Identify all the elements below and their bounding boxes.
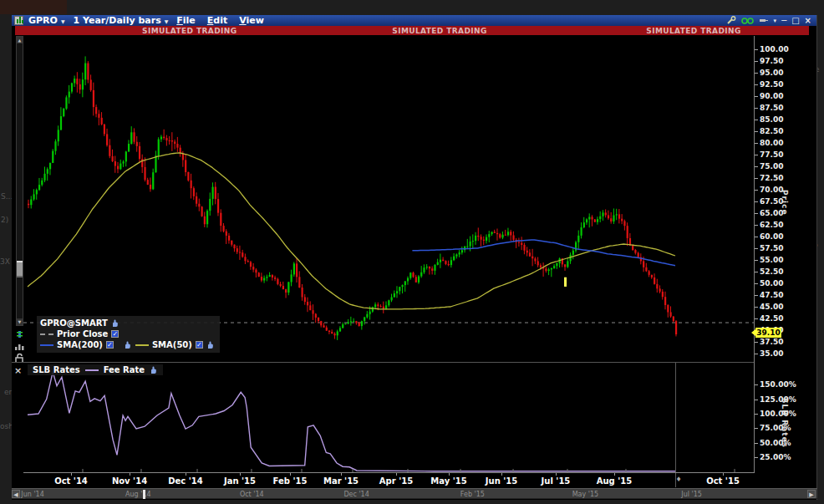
price-tick xyxy=(755,61,758,62)
date-tick xyxy=(240,473,241,476)
desktop-background: S...2)3Xeroshorew o GPRO ▼ 1 Year/Daily … xyxy=(0,0,824,504)
price-tick-label: 42.50 xyxy=(760,314,783,323)
minimize-button[interactable]: ─ xyxy=(781,17,786,25)
legend-item-prior-close: Prior Close✓ xyxy=(40,328,215,339)
legend-item-sma-200-: SMA(200)✓SMA(50)✓ xyxy=(40,339,215,350)
current-date-divider xyxy=(675,363,676,487)
price-tick xyxy=(755,237,758,237)
link-icon[interactable] xyxy=(741,17,754,25)
fee-rate-line xyxy=(28,372,675,471)
simulated-trading-banner: SIMULATED TRADING SIMULATED TRADING SIMU… xyxy=(15,26,809,35)
banner-text: SIMULATED TRADING xyxy=(392,27,487,35)
price-tick xyxy=(755,178,758,179)
legend-label: SMA(200) xyxy=(57,340,103,349)
price-tick xyxy=(755,213,758,214)
menu-bar: FileEditView xyxy=(176,15,276,26)
price-tick-label: 90.00 xyxy=(760,92,783,100)
price-axis-border xyxy=(754,36,755,473)
scroll-up-button[interactable]: ▲ xyxy=(17,37,23,43)
pin-dropdown-caret[interactable]: ▾ xyxy=(774,17,777,25)
price-tick-label: 62.50 xyxy=(760,221,783,229)
nav-right-arrow[interactable]: ▶ xyxy=(807,490,816,498)
pin-icon[interactable] xyxy=(759,17,769,25)
price-tick-label: 37.50 xyxy=(760,338,783,346)
symbol-selector[interactable]: GPRO xyxy=(28,15,58,26)
period-selector[interactable]: 1 Year/Daily bars xyxy=(74,15,161,26)
legend-label: SMA(50) xyxy=(152,340,192,349)
fee-tick-label: 100.00% xyxy=(760,410,796,418)
fee-rate-chart[interactable] xyxy=(23,363,755,473)
price-tick xyxy=(755,49,758,50)
date-label: Mar '15 xyxy=(323,476,359,486)
candles xyxy=(28,56,677,340)
date-tick xyxy=(130,473,130,476)
edit-hand-icon[interactable] xyxy=(206,341,215,349)
fee-tick xyxy=(755,428,758,429)
price-tick-label: 45.00 xyxy=(760,303,783,311)
date-label: Apr '15 xyxy=(379,476,413,486)
price-tick-label: 52.50 xyxy=(760,267,783,276)
price-tick-label: 77.50 xyxy=(760,150,783,159)
date-label: Aug '15 xyxy=(597,476,632,486)
date-tick xyxy=(449,473,450,476)
price-tick-label: 100.00 xyxy=(760,45,789,53)
nav-date-label: Jun '14 xyxy=(21,491,43,498)
chevron-down-icon: ▼ xyxy=(61,18,65,24)
edit-hand-icon[interactable] xyxy=(150,366,158,374)
price-tick-label: 72.50 xyxy=(760,174,783,182)
date-label: Jun '15 xyxy=(486,476,517,486)
annotation-marker xyxy=(564,277,567,287)
date-tick xyxy=(556,473,557,476)
legend-checkbox[interactable]: ✓ xyxy=(106,341,114,349)
wrench-icon[interactable] xyxy=(726,16,736,25)
legend-line-sample xyxy=(40,344,53,346)
maximize-button[interactable]: □ xyxy=(791,17,799,25)
price-tick xyxy=(755,272,758,272)
price-tick xyxy=(755,73,758,74)
nav-date-label: Jul '15 xyxy=(681,491,702,498)
nav-date-label: May '15 xyxy=(572,491,598,498)
price-tick-label: 75.00 xyxy=(760,162,783,171)
fee-tick-label: 125.00% xyxy=(760,395,796,404)
price-axis-title: Price xyxy=(781,190,789,216)
price-tick-label: 82.50 xyxy=(760,127,783,135)
date-axis[interactable]: Oct '14Nov '14Dec '14Jan '15Feb '15Mar '… xyxy=(12,473,755,488)
fee-tick xyxy=(755,443,758,444)
menu-edit[interactable]: Edit xyxy=(207,15,227,26)
date-tick xyxy=(186,473,186,476)
legend-checkbox[interactable]: ✓ xyxy=(111,330,119,338)
price-tick-label: 80.00 xyxy=(760,139,783,147)
date-label: Oct '14 xyxy=(54,476,88,486)
chart-vertical-scrollbar[interactable]: ▲ ▼ xyxy=(16,36,23,326)
date-label: Nov '14 xyxy=(112,476,147,486)
nav-range-handle[interactable] xyxy=(143,490,145,499)
scrollbar-thumb[interactable] xyxy=(17,261,23,277)
candlestick-chart[interactable] xyxy=(23,36,755,362)
edit-hand-icon[interactable] xyxy=(111,319,120,328)
banner-text: SIMULATED TRADING xyxy=(646,27,741,35)
nav-left-arrow[interactable]: ◀ xyxy=(12,490,20,498)
edit-hand-icon[interactable] xyxy=(124,341,132,349)
time-navigation-bar[interactable]: ◀ Jun '14Aug '14Oct '14Dec '14Feb '15May… xyxy=(12,488,817,499)
date-tick xyxy=(290,473,291,476)
close-button[interactable]: × xyxy=(805,17,811,25)
legend-line-sample xyxy=(135,344,149,346)
price-tick xyxy=(755,354,758,354)
legend-series-title: GPRO@SMART xyxy=(40,318,108,328)
menu-file[interactable]: File xyxy=(176,15,196,26)
desktop-window-remnant xyxy=(0,0,67,14)
price-tick-label: 35.00 xyxy=(760,349,783,358)
scroll-down-button[interactable]: ▼ xyxy=(17,318,23,325)
price-tick-label: 92.50 xyxy=(760,80,783,89)
date-tick xyxy=(396,473,397,476)
nav-date-label: Feb '15 xyxy=(460,491,485,498)
last-price-tag: 39.10 xyxy=(755,328,781,338)
menu-view[interactable]: View xyxy=(239,15,264,26)
price-tick xyxy=(755,248,758,249)
price-tick xyxy=(755,166,758,167)
fee-tick xyxy=(755,384,758,385)
date-label: Dec '14 xyxy=(168,476,202,486)
date-label: Feb '15 xyxy=(273,476,308,486)
legend-checkbox[interactable]: ✓ xyxy=(196,341,203,349)
window-titlebar: GPRO ▼ 1 Year/Daily bars ▼ FileEditView … xyxy=(12,15,816,26)
